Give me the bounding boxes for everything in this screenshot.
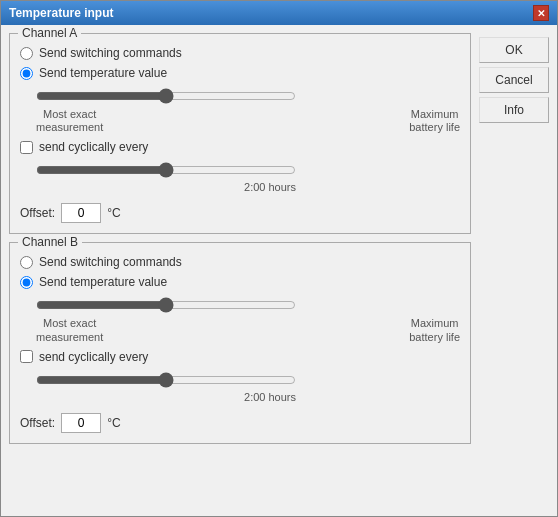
channel-b-slider1-label-right: Maximumbattery life xyxy=(409,317,460,343)
info-button[interactable]: Info xyxy=(479,97,549,123)
cancel-button[interactable]: Cancel xyxy=(479,67,549,93)
main-window: Temperature input ✕ Channel A Send switc… xyxy=(0,0,558,517)
channel-b-slider1[interactable] xyxy=(36,295,296,315)
channel-a-offset-label: Offset: xyxy=(20,206,55,220)
channel-b-checkbox-label[interactable]: send cyclically every xyxy=(39,350,148,364)
channel-b-unit-label: °C xyxy=(107,416,120,430)
channel-a-slider2[interactable] xyxy=(36,160,296,180)
channel-a-slider1[interactable] xyxy=(36,86,296,106)
channel-a-inner: Send switching commands Send temperature… xyxy=(20,46,460,223)
channel-a-radio1[interactable] xyxy=(20,47,33,60)
window-title: Temperature input xyxy=(9,6,113,20)
channel-b-slider1-container: Most exactmeasurement Maximumbattery lif… xyxy=(36,295,460,343)
channel-b-slider2-container: 2:00 hours xyxy=(36,370,460,403)
channel-b-checkbox[interactable] xyxy=(20,350,33,363)
channel-b-inner: Send switching commands Send temperature… xyxy=(20,255,460,432)
channel-b-slider2[interactable] xyxy=(36,370,296,390)
channel-b-offset-row: Offset: °C xyxy=(20,413,460,433)
channel-b-hours-label: 2:00 hours xyxy=(36,391,296,403)
channel-b-offset-label: Offset: xyxy=(20,416,55,430)
channel-b-radio2[interactable] xyxy=(20,276,33,289)
channel-a-slider1-container: Most exactmeasurement Maximumbattery lif… xyxy=(36,86,460,134)
channel-b-legend: Channel B xyxy=(18,235,82,249)
channel-a-slider1-label-left: Most exactmeasurement xyxy=(36,108,103,134)
channel-b-checkbox-row: send cyclically every xyxy=(20,350,460,364)
channel-b-slider1-labels: Most exactmeasurement Maximumbattery lif… xyxy=(36,317,460,343)
channel-a-group: Channel A Send switching commands Send t… xyxy=(9,33,471,234)
channel-b-radio1-label[interactable]: Send switching commands xyxy=(39,255,182,269)
channel-a-offset-input[interactable] xyxy=(61,203,101,223)
channel-a-radio2[interactable] xyxy=(20,67,33,80)
channel-b-slider1-label-left: Most exactmeasurement xyxy=(36,317,103,343)
close-button[interactable]: ✕ xyxy=(533,5,549,21)
channel-b-radio1[interactable] xyxy=(20,256,33,269)
channel-b-offset-input[interactable] xyxy=(61,413,101,433)
channel-a-radio1-label[interactable]: Send switching commands xyxy=(39,46,182,60)
ok-button[interactable]: OK xyxy=(479,37,549,63)
main-content: Channel A Send switching commands Send t… xyxy=(9,33,471,508)
channel-a-unit-label: °C xyxy=(107,206,120,220)
channel-b-radio2-label[interactable]: Send temperature value xyxy=(39,275,167,289)
channel-a-radio2-row: Send temperature value xyxy=(20,66,460,80)
channel-a-checkbox-row: send cyclically every xyxy=(20,140,460,154)
channel-a-checkbox-label[interactable]: send cyclically every xyxy=(39,140,148,154)
channel-b-group: Channel B Send switching commands Send t… xyxy=(9,242,471,443)
channel-a-slider1-label-right: Maximumbattery life xyxy=(409,108,460,134)
buttons-panel: OK Cancel Info xyxy=(479,33,549,508)
channel-a-offset-row: Offset: °C xyxy=(20,203,460,223)
channel-a-radio2-label[interactable]: Send temperature value xyxy=(39,66,167,80)
title-bar: Temperature input ✕ xyxy=(1,1,557,25)
channel-b-radio2-row: Send temperature value xyxy=(20,275,460,289)
channel-b-radio1-row: Send switching commands xyxy=(20,255,460,269)
channel-a-radio1-row: Send switching commands xyxy=(20,46,460,60)
window-body: Channel A Send switching commands Send t… xyxy=(1,25,557,516)
channel-a-hours-label: 2:00 hours xyxy=(36,181,296,193)
channel-a-legend: Channel A xyxy=(18,26,81,40)
channel-a-slider1-row xyxy=(36,86,460,106)
channel-b-slider1-row xyxy=(36,295,460,315)
channel-a-checkbox[interactable] xyxy=(20,141,33,154)
channel-a-slider2-container: 2:00 hours xyxy=(36,160,460,193)
channel-a-slider1-labels: Most exactmeasurement Maximumbattery lif… xyxy=(36,108,460,134)
